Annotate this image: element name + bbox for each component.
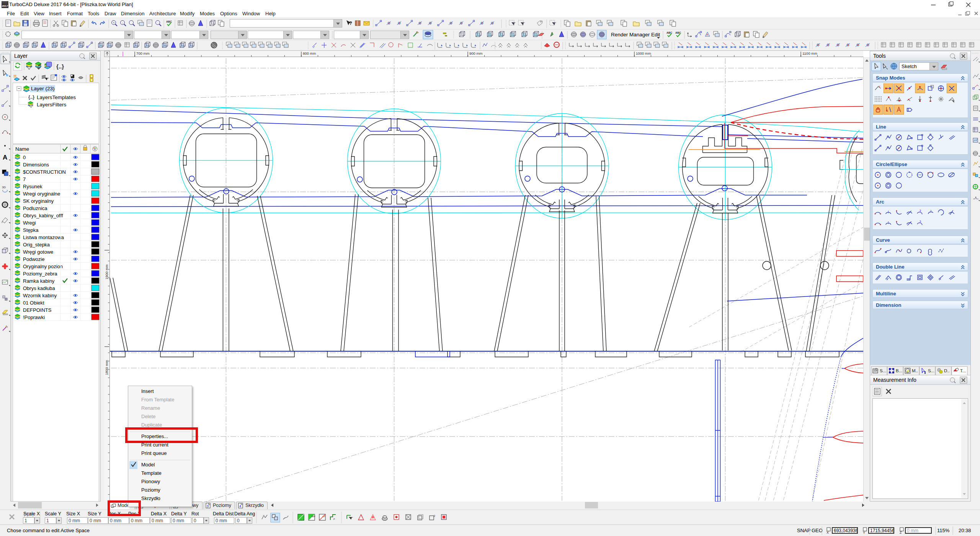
svg-text:2: 2 [930, 210, 932, 212]
svg-text:4: 4 [239, 504, 241, 508]
svg-text:A: A [706, 33, 709, 36]
svg-text:Layer (23): Layer (23) [31, 86, 55, 91]
svg-text:Oryginalny pozion: Oryginalny pozion [23, 264, 63, 269]
svg-text:T...: T... [960, 368, 966, 373]
svg-text:$CONSTRUCTION: $CONSTRUCTION [23, 169, 66, 175]
svg-text:3: 3 [920, 209, 921, 212]
svg-text:Stępka: Stępka [23, 227, 39, 233]
svg-text:0: 0 [23, 155, 26, 160]
svg-text:SK oryginalny: SK oryginalny [23, 198, 54, 204]
svg-text:2017: 2017 [2, 4, 8, 8]
svg-text:Podluznica: Podluznica [23, 205, 47, 211]
svg-text:Y: Y [879, 85, 880, 88]
svg-text:900 mm: 900 mm [469, 51, 482, 55]
svg-text:B...: B... [896, 368, 902, 373]
svg-text:Wregi: Wregi [23, 220, 36, 226]
svg-text:?: ? [349, 20, 352, 26]
svg-text:1800 mm: 1800 mm [105, 360, 109, 375]
svg-text:{..}: {..} [28, 94, 34, 100]
svg-text:1100 mm: 1100 mm [802, 51, 817, 55]
svg-text:LayersFilters: LayersFilters [37, 102, 67, 108]
svg-text:Dimensions: Dimensions [23, 162, 49, 168]
svg-text:Obrys_kabiny_offf: Obrys_kabiny_offf [23, 213, 63, 218]
svg-text:Wręgi gotowe: Wręgi gotowe [23, 249, 53, 255]
svg-text:Poziomy_zebra: Poziomy_zebra [23, 271, 57, 277]
svg-text:WP: WP [312, 515, 315, 518]
svg-text:3D: 3D [2, 186, 6, 189]
svg-text:Listwa montazowa: Listwa montazowa [23, 235, 64, 240]
svg-text:M..: M.. [912, 368, 918, 373]
svg-text:800 mm: 800 mm [303, 51, 316, 55]
svg-text:Z: Z [900, 531, 902, 534]
svg-text:S...: S... [880, 368, 886, 373]
svg-text:700 mm: 700 mm [136, 51, 149, 55]
svg-text:Y: Y [863, 531, 865, 534]
svg-text:1000 mm: 1000 mm [636, 51, 651, 55]
svg-text:Ramka kabiny: Ramka kabiny [23, 278, 55, 284]
svg-text:3: 3 [207, 504, 209, 508]
svg-text:X: X [826, 531, 829, 534]
svg-text:1900 mm: 1900 mm [105, 264, 109, 280]
svg-text:Orig_stepka: Orig_stepka [23, 242, 50, 248]
svg-text:{..}: {..} [56, 63, 64, 70]
svg-text:Obrys kadłuba: Obrys kadłuba [23, 285, 56, 291]
svg-text:Name: Name [15, 146, 29, 152]
svg-text:D..: D.. [944, 368, 950, 373]
svg-text:P: P [333, 518, 335, 520]
svg-text:A: A [3, 154, 7, 161]
svg-text:01 Obiekt: 01 Obiekt [23, 300, 44, 306]
svg-text:Wzornik kabiny: Wzornik kabiny [23, 293, 57, 298]
svg-text:CP: CP [322, 515, 325, 518]
svg-text:Rysunek: Rysunek [23, 184, 42, 189]
svg-text:DEFPOINTS: DEFPOINTS [23, 307, 52, 313]
svg-text:S...: S... [928, 368, 934, 373]
svg-text:LayersTemplates: LayersTemplates [37, 94, 76, 100]
svg-text:Podwozie: Podwozie [23, 256, 44, 262]
svg-text:7: 7 [23, 176, 26, 182]
svg-text:Wregi oryginalne: Wregi oryginalne [23, 191, 60, 197]
svg-text:!Poprawki: !Poprawki [23, 314, 45, 320]
svg-text:2: 2 [434, 515, 435, 517]
svg-text:Render Manager Edit: Render Manager Edit [611, 32, 660, 37]
svg-text:3: 3 [920, 220, 921, 223]
